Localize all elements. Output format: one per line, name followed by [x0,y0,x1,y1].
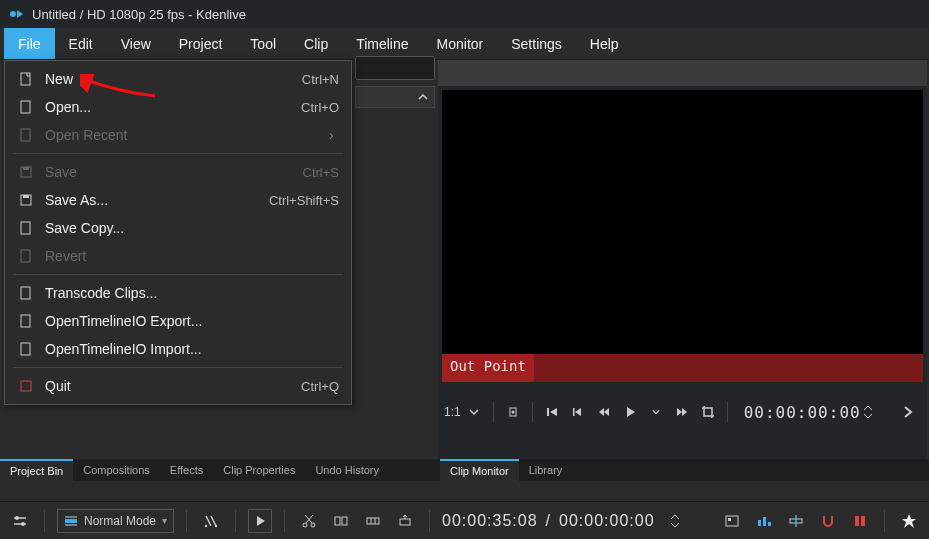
monitor-options-button[interactable] [895,399,921,425]
menu-settings[interactable]: Settings [497,28,576,59]
svg-rect-4 [21,129,30,141]
svg-rect-51 [768,522,771,526]
menu-item-label: Revert [45,248,339,264]
menu-item-label: Save [45,164,303,180]
menu-item-otio-export[interactable]: OpenTimelineIO Export... [5,307,351,335]
show-markers-button[interactable] [784,509,808,533]
project-bin-search[interactable] [355,56,435,80]
svg-marker-24 [627,407,635,417]
svg-rect-42 [342,517,347,525]
svg-marker-23 [604,408,609,416]
menu-item-shortcut: Ctrl+S [303,165,339,180]
extract-zone-button[interactable] [393,509,417,533]
zoom-ratio-label[interactable]: 1:1 [444,399,461,425]
menu-item-save-as[interactable]: Save As... Ctrl+Shift+S [5,186,351,214]
menu-item-transcode[interactable]: Transcode Clips... [5,279,351,307]
edit-mode-combo[interactable]: Normal Mode ▾ [57,509,174,533]
menu-tool[interactable]: Tool [236,28,290,59]
menu-item-quit[interactable]: Quit Ctrl+Q [5,372,351,400]
track-compositing-button[interactable] [199,509,223,533]
rewind-start-button[interactable] [539,399,565,425]
timeline-timecode-stepper[interactable] [663,509,687,533]
svg-point-38 [311,523,315,527]
tab-clip-monitor[interactable]: Clip Monitor [440,459,519,481]
play-button[interactable] [617,399,643,425]
menu-item-save-copy[interactable]: Save Copy... [5,214,351,242]
svg-rect-18 [547,408,549,416]
menu-item-label: Quit [45,378,301,394]
svg-rect-8 [23,195,29,198]
menu-edit[interactable]: Edit [55,28,107,59]
transcode-icon [17,284,35,302]
svg-rect-54 [855,516,859,526]
menu-file[interactable]: File [4,28,55,59]
menu-item-save[interactable]: Save Ctrl+S [5,158,351,186]
svg-marker-36 [257,516,265,526]
save-copy-icon [17,219,35,237]
menu-view[interactable]: View [107,28,165,59]
chevron-right-icon: › [329,127,339,143]
menu-item-new[interactable]: New Ctrl+N [5,65,351,93]
timeline-duration: 00:00:00:00 [559,512,655,529]
svg-marker-20 [575,408,581,416]
menu-item-label: Transcode Clips... [45,285,339,301]
menu-clip[interactable]: Clip [290,28,342,59]
insert-zone-button[interactable] [329,509,353,533]
monitor-header [438,60,927,86]
show-video-thumbnails-button[interactable] [720,509,744,533]
timeline-play-button[interactable] [248,509,272,533]
monitor-viewport[interactable]: Out Point [442,90,923,382]
menu-item-open-recent[interactable]: Open Recent › [5,121,351,149]
document-open-icon [17,98,35,116]
chevron-up-icon [418,92,428,102]
rewind-button[interactable] [591,399,617,425]
titlebar: Untitled / HD 1080p 25 fps - Kdenlive [0,0,929,28]
project-bin-collapse[interactable] [355,86,435,108]
zoom-fit-button[interactable] [848,509,872,533]
tab-library[interactable]: Library [519,459,573,481]
menu-item-revert[interactable]: Revert [5,242,351,270]
set-in-point-button[interactable] [500,399,526,425]
tab-effects[interactable]: Effects [160,459,213,481]
svg-rect-12 [21,315,30,327]
svg-rect-11 [21,287,30,299]
crop-button[interactable] [695,399,721,425]
menu-item-open[interactable]: Open... Ctrl+O [5,93,351,121]
menu-item-label: Open Recent [45,127,329,143]
svg-rect-46 [400,519,410,525]
tab-compositions[interactable]: Compositions [73,459,160,481]
menu-project[interactable]: Project [165,28,237,59]
zoom-dropdown[interactable] [461,399,487,425]
svg-rect-47 [726,516,738,526]
menu-item-otio-import[interactable]: OpenTimelineIO Import... [5,335,351,363]
svg-point-35 [215,524,217,526]
app-icon [8,6,24,22]
menu-item-label: OpenTimelineIO Export... [45,313,339,329]
svg-marker-22 [599,408,604,416]
window-title: Untitled / HD 1080p 25 fps - Kdenlive [32,7,246,22]
edit-mode-label: Normal Mode [84,514,156,528]
svg-marker-26 [682,408,687,416]
timeline-settings-button[interactable] [8,509,32,533]
snap-button[interactable] [816,509,840,533]
timeline-position[interactable]: 00:00:35:08 [442,512,538,529]
favorite-effects-button[interactable] [897,509,921,533]
play-dropdown[interactable] [643,399,669,425]
overwrite-zone-button[interactable] [361,509,385,533]
tab-project-bin[interactable]: Project Bin [0,459,73,481]
monitor-ruler[interactable]: Out Point [442,354,923,382]
svg-marker-19 [550,408,557,416]
svg-rect-10 [21,250,30,262]
tab-undo-history[interactable]: Undo History [305,459,389,481]
menu-help[interactable]: Help [576,28,633,59]
timecode-stepper[interactable] [861,399,875,425]
monitor-timecode[interactable]: 00:00:00:00 [744,403,861,422]
forward-button[interactable] [669,399,695,425]
svg-point-30 [21,522,25,526]
timeline-toolbar: Normal Mode ▾ 00:00:35:08/00:00:00:00 [0,501,929,539]
show-audio-thumbnails-button[interactable] [752,509,776,533]
menubar: File Edit View Project Tool Clip Timelin… [0,28,929,60]
cut-button[interactable] [297,509,321,533]
tab-clip-properties[interactable]: Clip Properties [213,459,305,481]
prev-frame-button[interactable] [565,399,591,425]
